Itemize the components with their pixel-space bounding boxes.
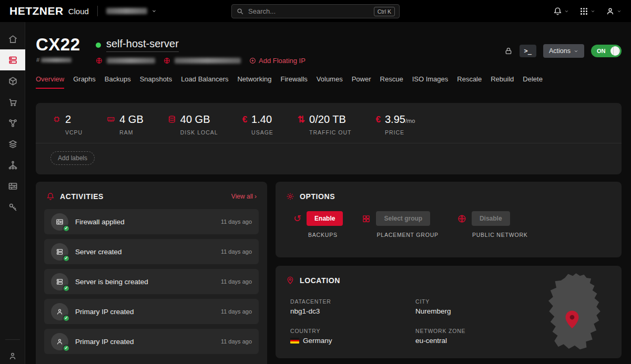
primary-ip-activity-icon: ✓ <box>51 303 68 320</box>
chevron-down-icon <box>564 9 569 14</box>
tab-snapshots[interactable]: Snapshots <box>140 75 172 89</box>
tab-delete[interactable]: Delete <box>523 75 543 89</box>
hash-glyph: # <box>36 57 39 63</box>
tab-volumes[interactable]: Volumes <box>317 75 343 89</box>
field-label: DATACENTER <box>290 298 415 305</box>
success-check-badge: ✓ <box>63 255 70 262</box>
view-all-label: View all <box>231 193 253 200</box>
topbar: HETZNER Cloud Ctrl K <box>0 0 631 22</box>
stats-row: 2VCPU 4 GBRAM 40 GBDISK LOCAL € 1.40USAG… <box>36 103 622 143</box>
home-icon <box>8 34 18 44</box>
field-value: Germany <box>303 337 332 345</box>
stat-value: 1.40 <box>251 113 272 125</box>
location-title: LOCATION <box>300 276 340 285</box>
sidebar-item-images[interactable] <box>0 133 25 154</box>
stat-price: € 3.95/moPRICE <box>376 113 415 136</box>
stat-label: PRICE <box>385 129 415 136</box>
sidebar <box>0 22 25 364</box>
option-label: PUBLIC NETWORK <box>472 232 528 238</box>
activity-label: Firewall applied <box>75 218 125 226</box>
tab-bar: Overview Graphs Backups Snapshots Load B… <box>36 75 543 89</box>
search-shortcut-badge: Ctrl K <box>374 7 395 16</box>
select-group-button[interactable]: Select group <box>376 211 430 226</box>
tab-rescue[interactable]: Rescue <box>380 75 403 89</box>
tab-graphs[interactable]: Graphs <box>73 75 96 89</box>
traffic-arrows-icon: ⇅ <box>298 115 305 136</box>
sidebar-item-firewalls[interactable] <box>0 175 25 196</box>
tab-power[interactable]: Power <box>352 75 371 89</box>
tab-networking[interactable]: Networking <box>237 75 271 89</box>
cart-icon <box>8 97 18 107</box>
options-row: ↺ Enable BACKUPS Select group PLACEMENT … <box>276 207 622 238</box>
power-toggle[interactable]: ON <box>591 45 622 57</box>
view-all-link[interactable]: View all › <box>231 193 257 200</box>
global-search[interactable]: Ctrl K <box>231 4 400 18</box>
tab-firewalls[interactable]: Firewalls <box>281 75 308 89</box>
server-name[interactable]: self-host-server <box>106 38 179 52</box>
bell-icon <box>46 192 55 201</box>
tab-iso-images[interactable]: ISO Images <box>412 75 449 89</box>
sidebar-item-networks[interactable] <box>0 112 25 133</box>
search-input[interactable] <box>248 7 374 15</box>
activity-row[interactable]: ✓ Primary IP created 11 days ago <box>44 299 259 324</box>
add-labels-button[interactable]: Add labels <box>50 151 95 165</box>
field-label: CITY <box>415 298 526 305</box>
stat-label: VCPU <box>65 129 83 136</box>
enable-backups-button[interactable]: Enable <box>307 211 343 226</box>
sidebar-item-security[interactable] <box>0 196 25 217</box>
chevron-down-icon <box>151 8 157 14</box>
sidebar-item-load-balancers[interactable] <box>0 154 25 175</box>
chevron-down-icon <box>591 9 595 14</box>
plus-circle-icon <box>249 57 256 64</box>
key-icon <box>8 202 18 212</box>
options-header: OPTIONS <box>276 182 622 207</box>
stat-value: 2 <box>65 113 71 125</box>
stat-label: RAM <box>119 129 144 136</box>
sidebar-item-servers[interactable] <box>0 49 25 70</box>
tab-rebuild[interactable]: Rebuild <box>491 75 514 89</box>
activities-list: ✓ Firewall applied 11 days ago ✓ Server … <box>36 207 267 354</box>
sidebar-item-volumes[interactable] <box>0 70 25 91</box>
stat-traffic: ⇅ 0/20 TBTRAFFIC OUT <box>298 113 352 136</box>
account-menu[interactable] <box>606 7 622 16</box>
stat-label: TRAFFIC OUT <box>309 129 351 136</box>
actions-button[interactable]: Actions <box>543 44 584 58</box>
notifications-menu[interactable] <box>553 7 569 16</box>
activity-row[interactable]: ✓ Primary IP created 11 days ago <box>44 329 259 354</box>
activity-row[interactable]: ✓ Server created 11 days ago <box>44 239 259 264</box>
activity-time: 11 days ago <box>221 338 252 345</box>
search-icon <box>236 7 244 15</box>
history-icon: ↺ <box>293 214 301 223</box>
server-activity-icon: ✓ <box>51 273 68 290</box>
hetzner-logo: HETZNER <box>9 5 64 17</box>
tab-load-balancers[interactable]: Load Balancers <box>181 75 228 89</box>
euro-icon: € <box>242 115 247 136</box>
activity-row[interactable]: ✓ Firewall applied 11 days ago <box>44 209 259 234</box>
tab-rescale[interactable]: Rescale <box>457 75 482 89</box>
location-field-city: CITY Nuremberg <box>415 298 526 315</box>
project-selector[interactable] <box>106 8 157 14</box>
stat-value: 4 GB <box>119 113 144 125</box>
blurred-project-name <box>106 8 147 14</box>
disable-public-network-button[interactable]: Disable <box>472 211 510 226</box>
add-floating-ip-label: Add Floating IP <box>259 57 306 65</box>
add-floating-ip-link[interactable]: Add Floating IP <box>249 57 306 65</box>
success-check-badge: ✓ <box>63 285 70 292</box>
apps-menu[interactable] <box>579 7 595 16</box>
sidebar-item-marketplace[interactable] <box>0 91 25 112</box>
layers-icon <box>8 139 18 149</box>
sidebar-item-home[interactable] <box>0 28 25 49</box>
options-title: OPTIONS <box>300 192 335 201</box>
stat-label: USAGE <box>251 129 273 136</box>
sidebar-separator <box>5 339 20 340</box>
sidebar-item-feedback[interactable] <box>0 351 25 361</box>
activity-label: Server is being created <box>75 278 148 286</box>
power-state-label: ON <box>597 48 606 54</box>
console-button[interactable]: >_ <box>520 45 536 57</box>
blurred-server-id <box>41 58 72 63</box>
hetzner-cloud-console: HETZNER Cloud Ctrl K <box>0 0 631 364</box>
tab-backups[interactable]: Backups <box>105 75 131 89</box>
lock-icon[interactable] <box>504 47 513 55</box>
tab-overview[interactable]: Overview <box>36 75 64 89</box>
activity-row[interactable]: ✓ Server is being created 11 days ago <box>44 269 259 294</box>
